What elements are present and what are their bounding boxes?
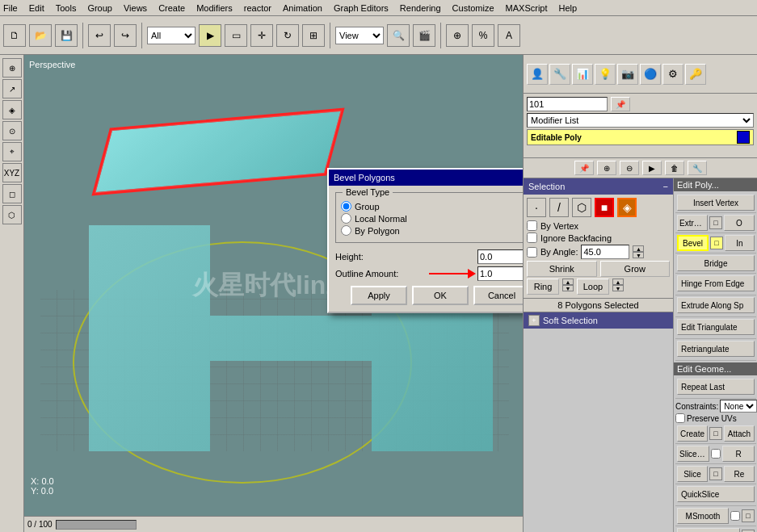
vertex-icon[interactable]: · bbox=[527, 198, 546, 217]
border-icon[interactable]: ⬡ bbox=[572, 198, 591, 217]
ring-down[interactable]: ▼ bbox=[562, 285, 574, 291]
by-angle-down[interactable]: ▼ bbox=[633, 252, 644, 258]
preserve-uvs-checkbox[interactable] bbox=[675, 413, 685, 423]
radio-group-input[interactable] bbox=[341, 201, 351, 212]
menu-customize[interactable]: Customize bbox=[452, 3, 494, 13]
nav-btn-1[interactable]: 📌 bbox=[574, 161, 594, 175]
menu-reactor[interactable]: reactor bbox=[244, 3, 271, 13]
save-btn[interactable]: 💾 bbox=[55, 24, 78, 47]
bevel-button[interactable]: Bevel bbox=[677, 235, 709, 251]
extra-btn2[interactable]: % bbox=[472, 24, 494, 47]
by-angle-checkbox[interactable] bbox=[527, 247, 537, 258]
create-settings[interactable]: □ bbox=[709, 427, 722, 440]
menu-group[interactable]: Group bbox=[87, 3, 112, 13]
menu-tools[interactable]: Tools bbox=[56, 3, 77, 13]
edit-geometry-header[interactable]: Edit Geome... bbox=[674, 362, 757, 375]
undo-btn[interactable]: ↩ bbox=[88, 24, 111, 47]
polygon-icon[interactable]: ■ bbox=[595, 198, 614, 217]
outline-input[interactable] bbox=[477, 266, 523, 281]
by-angle-input[interactable] bbox=[581, 245, 629, 259]
hinge-from-edge-button[interactable]: Hinge From Edge bbox=[677, 275, 755, 291]
menu-views[interactable]: Views bbox=[124, 3, 147, 13]
msmooth-settings[interactable]: □ bbox=[742, 509, 755, 522]
menu-edit[interactable]: Edit bbox=[29, 3, 44, 13]
bevel-settings[interactable]: □ bbox=[710, 237, 723, 249]
redo-btn[interactable]: ↪ bbox=[114, 24, 137, 47]
extra-btn3[interactable]: A bbox=[498, 24, 520, 47]
edit-triangulate-button[interactable]: Edit Triangulate bbox=[677, 319, 755, 335]
radio-local-normal-input[interactable] bbox=[341, 213, 351, 224]
new-btn[interactable]: 🗋 bbox=[3, 24, 26, 47]
constraints-dropdown[interactable]: None bbox=[720, 400, 757, 413]
select-btn[interactable]: ▶ bbox=[199, 24, 221, 47]
rect-sel-btn[interactable]: ▭ bbox=[225, 24, 247, 47]
menu-help[interactable]: Help bbox=[559, 3, 578, 13]
shrink-button[interactable]: Shrink bbox=[527, 261, 597, 277]
left-tool-8[interactable]: ⬡ bbox=[2, 205, 22, 224]
extrude-button[interactable]: Extrude bbox=[677, 215, 708, 231]
viewport[interactable]: Perspective 火星时代linzg X: 0.0Y: 0.0 Bevel… bbox=[24, 55, 523, 532]
inset-button[interactable]: In bbox=[725, 235, 755, 251]
insert-vertex-button[interactable]: Insert Vertex bbox=[677, 195, 755, 211]
outline-button[interactable]: O bbox=[724, 215, 755, 231]
pin-btn[interactable]: 📌 bbox=[611, 97, 630, 111]
by-angle-up[interactable]: ▲ bbox=[633, 245, 644, 252]
zoom-btn[interactable]: 🔍 bbox=[387, 24, 410, 47]
quickslice-button[interactable]: QuickSlice bbox=[677, 486, 755, 502]
retriangulate-button[interactable]: Retriangulate bbox=[677, 341, 755, 357]
nav-btn-6[interactable]: 🔧 bbox=[688, 161, 707, 175]
menu-graph-editors[interactable]: Graph Editors bbox=[334, 3, 389, 13]
menu-file[interactable]: File bbox=[3, 3, 18, 13]
menu-animation[interactable]: Animation bbox=[283, 3, 322, 13]
make-planar-button[interactable]: Make Planar bbox=[677, 528, 740, 532]
radio-by-polygon-input[interactable] bbox=[341, 225, 351, 236]
cmd-icon-4[interactable]: 💡 bbox=[595, 64, 616, 85]
left-tool-1[interactable]: ⊕ bbox=[2, 58, 22, 77]
height-input[interactable] bbox=[477, 249, 523, 264]
left-tool-5[interactable]: ⌖ bbox=[2, 142, 22, 161]
left-tool-4[interactable]: ⊙ bbox=[2, 121, 22, 140]
cmd-icon-5[interactable]: 📷 bbox=[617, 64, 638, 85]
slice-button[interactable]: Slice bbox=[677, 466, 708, 482]
attach-button[interactable]: Attach bbox=[724, 425, 755, 442]
repeat-last-button[interactable]: Repeat Last bbox=[677, 379, 755, 395]
bridge-button[interactable]: Bridge bbox=[677, 255, 755, 271]
reset2-button[interactable]: Re bbox=[724, 466, 755, 482]
extrude-along-button[interactable]: Extrude Along Sp bbox=[677, 297, 755, 313]
left-tool-7[interactable]: ◻ bbox=[2, 184, 22, 203]
slice-settings[interactable]: □ bbox=[709, 467, 722, 480]
loop-button[interactable]: Loop bbox=[577, 279, 609, 295]
nav-btn-3[interactable]: ⊖ bbox=[620, 161, 639, 175]
left-tool-6[interactable]: XYZ bbox=[2, 163, 22, 182]
soft-selection-header[interactable]: + Soft Selection bbox=[524, 312, 673, 329]
grow-button[interactable]: Grow bbox=[600, 261, 671, 277]
nav-btn-2[interactable]: ⊕ bbox=[597, 161, 616, 175]
loop-up[interactable]: ▲ bbox=[612, 279, 624, 285]
cmd-icon-8[interactable]: 🔑 bbox=[685, 64, 706, 85]
slice-checkbox[interactable] bbox=[711, 449, 721, 459]
modifier-list-dropdown[interactable]: Modifier List bbox=[527, 113, 754, 128]
loop-down[interactable]: ▼ bbox=[612, 285, 624, 291]
menu-modifiers[interactable]: Modifiers bbox=[196, 3, 233, 13]
cmd-icon-7[interactable]: ⚙ bbox=[662, 64, 683, 85]
extra-btn1[interactable]: ⊕ bbox=[446, 24, 469, 47]
cmd-icon-6[interactable]: 🔵 bbox=[640, 64, 661, 85]
scale-btn[interactable]: ⊞ bbox=[302, 24, 325, 47]
left-tool-3[interactable]: ◈ bbox=[2, 100, 22, 119]
selection-rollout-header[interactable]: Selection − bbox=[524, 178, 673, 195]
object-name-input[interactable] bbox=[527, 97, 608, 111]
left-tool-2[interactable]: ↗ bbox=[2, 79, 22, 98]
cmd-icon-2[interactable]: 🔧 bbox=[549, 64, 570, 85]
nav-btn-4[interactable]: ▶ bbox=[642, 161, 662, 175]
apply-button[interactable]: Apply bbox=[351, 286, 407, 305]
soft-sel-expand[interactable]: + bbox=[528, 315, 540, 326]
edge-icon[interactable]: / bbox=[549, 198, 569, 217]
cmd-icon-3[interactable]: 📊 bbox=[572, 64, 593, 85]
render-btn[interactable]: 🎬 bbox=[413, 24, 435, 47]
edit-polygon-rollout-header[interactable]: Edit Poly... bbox=[674, 178, 757, 191]
ring-button[interactable]: Ring bbox=[527, 279, 559, 295]
open-btn[interactable]: 📂 bbox=[29, 24, 52, 47]
menu-rendering[interactable]: Rendering bbox=[400, 3, 441, 13]
menu-create[interactable]: Create bbox=[158, 3, 185, 13]
filter-dropdown[interactable]: All bbox=[147, 27, 196, 44]
